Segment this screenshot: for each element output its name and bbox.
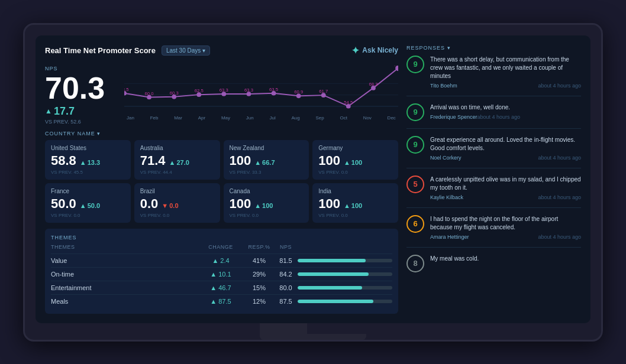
country-prev: VS PREV. 44.4 xyxy=(140,170,214,175)
country-card[interactable]: United States 58.8 ▲ 13.3 VS PREV. 45.5 xyxy=(45,140,131,180)
theme-arrow-icon: ▲ xyxy=(212,257,218,264)
nps-chart: 63.5 60.0 60.3 62.5 63.3 63.3 63.5 60.9 … xyxy=(124,66,398,113)
country-prev: VS PREV. 0.0 xyxy=(230,213,304,218)
response-text: Great experience all around. Loved the i… xyxy=(430,136,581,152)
chart-month-jul: Jul xyxy=(269,115,275,121)
theme-name: Entertainment xyxy=(51,284,197,291)
themes-col-resp: RESP.% xyxy=(244,244,274,250)
country-card[interactable]: Brazil 0.0 ▼ 0.0 VS PREV. 0.0 xyxy=(134,183,220,223)
country-section: COUNTRY NAME ▾ United States 58.8 ▲ 13.3… xyxy=(45,131,398,223)
theme-arrow-icon: ▲ xyxy=(210,298,217,305)
theme-bar-track xyxy=(298,272,392,276)
country-card[interactable]: Australia 71.4 ▲ 27.0 VS PREV. 44.4 xyxy=(134,140,220,180)
tv-stand-neck xyxy=(260,323,307,334)
theme-bar-area xyxy=(298,272,392,276)
themes-col-change: CHANGE xyxy=(197,244,244,250)
country-card[interactable]: Germany 100 ▲ 100 VS PREV. 0.0 xyxy=(312,140,398,180)
country-prev: VS PREV. 0.0 xyxy=(318,170,392,175)
country-prev: VS PREV. 0.0 xyxy=(318,213,392,218)
theme-bar-fill xyxy=(298,272,369,276)
response-time: about 4 hours ago xyxy=(538,83,581,89)
theme-nps: 80.0 xyxy=(274,284,298,291)
country-score-row: 100 ▲ 100 xyxy=(318,196,392,212)
logo: ✦ Ask Nicely xyxy=(351,45,398,56)
country-name: Canada xyxy=(230,188,304,194)
response-time: about 4 hours ago xyxy=(538,234,581,240)
country-score: 100 xyxy=(230,153,251,168)
theme-change: ▲ 46.7 xyxy=(197,284,244,291)
response-item: 8 My meal was cold. xyxy=(406,255,581,280)
response-content: Great experience all around. Loved the i… xyxy=(430,136,581,161)
theme-nps: 84.2 xyxy=(274,271,298,278)
country-card[interactable]: New Zealand 100 ▲ 66.7 VS PREV. 33.3 xyxy=(224,140,309,180)
country-arrow-icon: ▲ xyxy=(80,159,86,166)
country-card[interactable]: India 100 ▲ 100 VS PREV. 0.0 xyxy=(312,183,398,223)
country-score: 71.4 xyxy=(140,153,166,168)
country-score: 100 xyxy=(318,153,340,168)
response-item: 9 There was a short delay, but communica… xyxy=(406,56,581,96)
theme-bar-fill xyxy=(298,300,373,303)
chart-month-aug: Aug xyxy=(291,115,299,121)
themes-col-name: THEMES xyxy=(51,244,197,250)
svg-text:62.5: 62.5 xyxy=(195,87,204,93)
theme-resp: 41% xyxy=(244,257,274,264)
theme-row[interactable]: Entertainment ▲ 46.7 15% 80.0 xyxy=(51,281,392,294)
response-score-circle: 5 xyxy=(406,176,424,193)
country-change: ▲ 27.0 xyxy=(169,159,189,166)
response-author: Kaylie Kilback xyxy=(430,194,463,200)
theme-row[interactable]: Value ▲ 2.4 41% 81.5 xyxy=(51,254,392,267)
country-arrow-icon: ▲ xyxy=(344,159,350,166)
country-score-row: 58.8 ▲ 13.3 xyxy=(51,153,125,168)
response-author: Amara Hettinger xyxy=(430,234,469,240)
response-meta: Kaylie Kilback about 4 hours ago xyxy=(430,194,581,200)
country-grid: United States 58.8 ▲ 13.3 VS PREV. 45.5 … xyxy=(45,140,398,223)
country-name: Germany xyxy=(318,145,392,151)
response-score-circle: 9 xyxy=(406,56,424,73)
theme-nps: 87.5 xyxy=(274,298,298,305)
nps-change: ▲ 17.7 xyxy=(45,105,116,118)
logo-text: Ask Nicely xyxy=(362,46,398,54)
themes-col-bar xyxy=(298,244,392,250)
country-score-row: 0.0 ▼ 0.0 xyxy=(140,196,214,212)
country-name: Brazil xyxy=(140,188,214,194)
nps-label: NPS xyxy=(45,66,116,72)
nps-score: 70.3 xyxy=(45,73,116,103)
chart-month-sep: Sep xyxy=(315,115,324,121)
header: Real Time Net Promoter Score Last 30 Day… xyxy=(45,45,398,56)
theme-bar-area xyxy=(298,286,392,290)
nps-left: NPS 70.3 ▲ 17.7 VS PREV. 52.6 xyxy=(45,66,116,125)
response-meta: Frederique Spencer about 4 hours ago xyxy=(430,114,520,120)
chart-labels: Jan Feb Mar Apr May Jun Jul Aug Sep Oct … xyxy=(124,115,398,121)
svg-text:54.5: 54.5 xyxy=(344,100,353,105)
response-author: Tito Boehm xyxy=(430,83,457,89)
page-title: Real Time Net Promoter Score xyxy=(45,46,156,55)
nps-change-value: 17.7 xyxy=(54,105,75,118)
response-time: about 4 hours ago xyxy=(538,194,581,200)
chart-month-jan: Jan xyxy=(127,115,134,121)
country-score: 58.8 xyxy=(51,153,76,168)
response-item: 6 I had to spend the night on the floor … xyxy=(406,215,581,248)
country-score-row: 50.0 ▲ 50.0 xyxy=(51,196,125,212)
country-change: ▲ 13.3 xyxy=(80,159,100,166)
chart-month-dec: Dec xyxy=(388,115,396,121)
logo-icon: ✦ xyxy=(351,45,359,56)
themes-rows: Value ▲ 2.4 41% 81.5 On-time ▲ 10.1 29% … xyxy=(51,254,392,308)
theme-row[interactable]: On-time ▲ 10.1 29% 84.2 xyxy=(51,267,392,281)
country-change: ▲ 100 xyxy=(344,202,362,209)
header-left: Real Time Net Promoter Score Last 30 Day… xyxy=(45,46,210,56)
theme-row[interactable]: Meals ▲ 87.5 12% 87.5 xyxy=(51,294,392,308)
chart-month-nov: Nov xyxy=(363,115,372,121)
svg-text:61.7: 61.7 xyxy=(319,88,328,93)
theme-bar-fill xyxy=(298,259,366,262)
country-card[interactable]: Canada 100 ▲ 100 VS PREV. 0.0 xyxy=(224,183,309,223)
responses-header: RESPONSES ▾ xyxy=(406,45,581,51)
country-prev: VS PREV. 0.0 xyxy=(51,213,125,218)
response-meta: Amara Hettinger about 4 hours ago xyxy=(430,234,581,240)
country-section-label[interactable]: COUNTRY NAME ▾ xyxy=(45,131,398,136)
svg-text:60.0: 60.0 xyxy=(145,90,154,96)
theme-nps: 81.5 xyxy=(274,257,298,264)
country-score-row: 100 ▲ 100 xyxy=(318,153,392,168)
date-filter-badge[interactable]: Last 30 Days ▾ xyxy=(162,46,210,56)
themes-section-label: THEMES xyxy=(51,235,392,240)
country-card[interactable]: France 50.0 ▲ 50.0 VS PREV. 0.0 xyxy=(45,183,131,223)
